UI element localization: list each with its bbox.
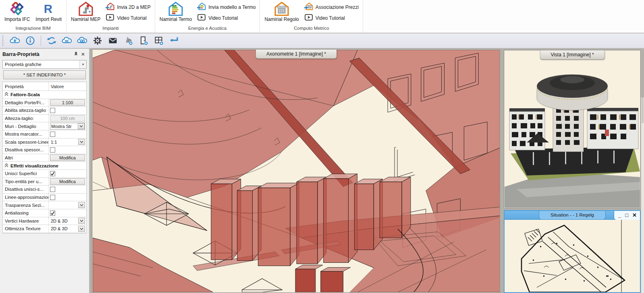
property-label: Unisci Superfici [3,170,49,177]
property-label: Vertici Hardware [3,217,49,225]
ribbon-button-importa-ifc[interactable]: Importa IFC [2,1,32,22]
property-checkbox-antialiasing[interactable] [50,210,55,216]
ribbon-button-video-tutorial[interactable]: Video Tutorial [303,12,360,23]
close-button[interactable]: ✕ [632,212,637,219]
cloud-list-icon[interactable] [61,35,73,46]
add-door-icon[interactable] [138,35,149,46]
ribbon-button-namirial-regolo[interactable]: Namirial Regolo [262,1,301,22]
axonometrie-tab[interactable]: Axonometrie 1 [Immagine] * [256,50,337,59]
property-value-button-tipo-entit-per-u[interactable]: Modifica [50,178,85,185]
property-label: Scala spessore-Linee [3,138,49,146]
property-dropdown-scala-spessore-linee[interactable]: 1:1 [50,138,85,145]
ribbon-small-stack: Invia 2D a MEPVideo Tutorial [104,1,152,23]
ribbon-group-integrazione-bim: Importa IFCRImport RevitIntegrazione BIM [0,0,66,33]
cloud-copy-icon[interactable] [77,35,88,46]
property-value-input-altezza-taglio: 100 cm [50,115,85,122]
toolbar-divider [41,35,41,46]
property-dropdown-muri-dettaglio[interactable]: Mostra Str [50,123,85,130]
add-window-icon[interactable] [153,35,164,46]
vista-3d-preview[interactable] [505,51,640,208]
properties-table: Proprietà Valore Fattore-ScalaDettaglio … [2,82,87,233]
ribbon-button-associazione-prezzi[interactable]: Associazione Prezzi [303,2,360,12]
property-group-fattore-scala[interactable]: Fattore-Scala [3,91,86,99]
ribbon-button-label: Video Tutorial [208,15,238,21]
situation-titlebar[interactable]: Situation - - 1 Regelg _ □ ✕ [505,211,640,220]
properties-panel-title: Barra-Proprietà [2,52,72,57]
property-checkbox-unisci-superfici[interactable] [50,171,55,176]
property-set-selector[interactable]: Proprietà grafiche ▾ [2,60,87,69]
play-icon [197,13,206,23]
ribbon-button-namirial-mep[interactable]: Namirial MEP [69,1,102,22]
ribbon-button-label: Namirial Regolo [264,16,299,22]
property-checkbox-abilita-altezza-taglio[interactable] [50,108,55,113]
pin-icon[interactable] [72,51,79,58]
vista-window: Vista 1 [Immagine] * [504,50,641,208]
maximize-button[interactable]: □ [625,212,628,219]
property-label: Tipo-entità per u... [3,178,49,186]
property-value-button-altri[interactable]: Modifica [50,155,85,161]
situation-floorplan[interactable] [505,220,640,292]
property-checkbox-disattiva-spessor[interactable] [50,147,55,153]
ribbon-button-video-tutorial[interactable]: Video Tutorial [195,12,257,23]
situation-tab[interactable]: Situation - - 1 Regelg [539,211,606,220]
ribbon-button-label: Video Tutorial [316,15,345,21]
property-row-disattiva-spessor: Disattiva spessor... [3,146,86,154]
property-row-ottimizza-texture: Ottimizza Texture2D & 3D [3,225,86,233]
ribbon-button-invia-modello-a-termo[interactable]: Invia modello a Termo [195,2,257,12]
property-row-tipo-entit-per-u: Tipo-entità per u...Modifica [3,178,86,186]
property-dropdown-vertici-hardware[interactable]: 2D & 3D [50,217,85,224]
property-row-altri: AltriModifica [3,154,86,162]
situation-window: Situation - - 1 Regelg _ □ ✕ [504,210,641,293]
cloud-download-icon[interactable] [9,35,21,46]
axonometric-3d-canvas[interactable] [93,50,500,292]
scrollbar-thumb[interactable] [642,97,644,123]
property-row-antialiasing: Antialiasing [3,209,86,217]
info-icon[interactable] [25,35,36,46]
ribbon-group-label: Impianti [69,25,152,33]
vista-tab-title: Vista 1 [Immagine] * [551,52,594,58]
dropdown-value: 2D & 3D [50,219,78,223]
toolbar-grip[interactable] [2,35,4,46]
chevron-down-icon[interactable]: ▾ [79,60,86,68]
ribbon: Importa IFCRImport RevitIntegrazione BIM… [0,0,644,33]
property-row-muri-dettaglio: Muri - DettaglioMostra Str [3,122,86,130]
quick-toolbar [0,33,644,48]
chevron-down-icon[interactable] [78,218,85,224]
minimize-button[interactable]: _ [618,212,621,219]
property-checkbox-mostra-marcator[interactable] [50,132,55,137]
mail-icon[interactable] [107,35,118,46]
ribbon-button-video-tutorial[interactable]: Video Tutorial [104,12,152,23]
set-indefinito-button[interactable]: * SET INDEFINITO * [3,70,86,79]
close-icon[interactable]: ✕ [79,51,87,58]
property-label: Abilita altezza-taglio [3,107,49,114]
chevron-down-icon[interactable] [78,123,85,129]
ribbon-button-invia-2d-a-mep[interactable]: Invia 2D a MEP [104,2,152,12]
property-dropdown-trasparenza-sezi[interactable] [50,202,85,208]
property-checkbox-linee-approssimazione[interactable] [50,195,55,200]
sync-icon[interactable] [46,35,57,46]
property-value-button-dettaglio-porte-fi[interactable]: 1:100 [50,99,85,106]
chevron-down-icon[interactable] [78,139,85,145]
return-icon[interactable] [168,35,180,46]
gear-icon[interactable] [92,35,103,46]
column-header-proprieta: Proprietà [3,82,49,91]
dropdown-value: Mostra Str [50,124,78,129]
ribbon-button-label: Importa IFC [4,16,30,22]
property-checkbox-disattiva-unisci-s[interactable] [50,187,55,192]
chevron-down-icon[interactable] [78,226,85,232]
vista-tab[interactable]: Vista 1 [Immagine] * [540,50,605,60]
ribbon-group-energia-e-acustica: Namirial TermoInvia modello a TermoVideo… [155,0,260,33]
situation-tab-title: Situation - - 1 Regelg [551,213,594,217]
ribbon-group-label: Energia e Acustica [158,25,258,33]
property-row-vertici-hardware: Vertici Hardware2D & 3D [3,217,86,225]
ribbon-button-namirial-termo[interactable]: Namirial Termo [158,1,194,22]
property-group-label: Fattore-Scala [10,92,40,97]
add-object-icon[interactable] [123,35,134,46]
property-dropdown-ottimizza-texture[interactable]: 2D & 3D [50,225,85,232]
ribbon-button-import-revit[interactable]: RImport Revit [33,1,64,22]
dropdown-value: 2D & 3D [50,226,78,231]
property-group-effetti-visualizzazione[interactable]: Effetti visualizzazione [3,162,86,170]
vertical-scrollbar[interactable] [641,97,644,293]
chevron-down-icon[interactable] [78,202,85,208]
property-set-selector-value: Proprietà grafiche [3,62,79,67]
